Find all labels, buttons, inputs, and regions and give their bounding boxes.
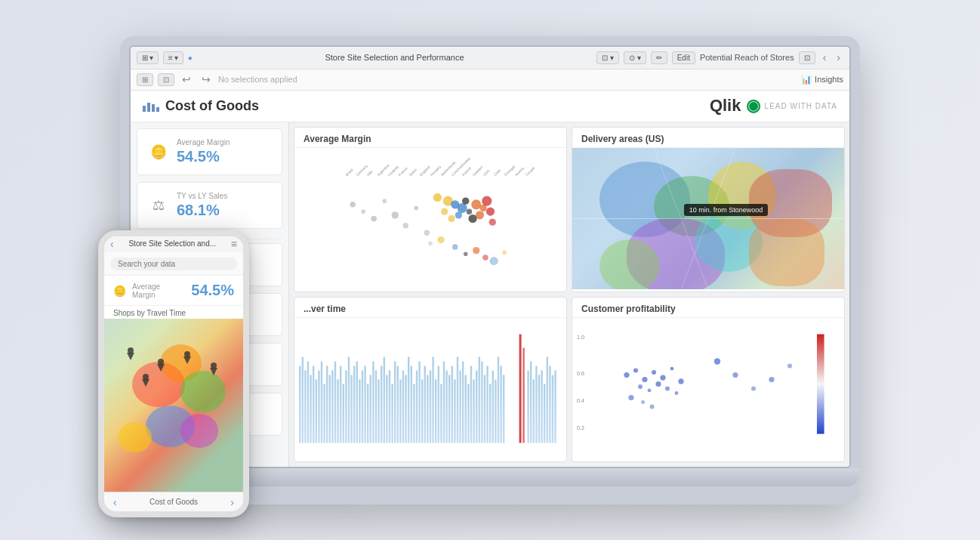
- svg-point-155: [648, 388, 652, 392]
- potential-reach-icon[interactable]: ⊡: [799, 51, 815, 64]
- svg-marker-169: [157, 364, 165, 372]
- svg-rect-105: [440, 384, 442, 443]
- svg-rect-64: [329, 375, 331, 443]
- svg-rect-90: [399, 379, 401, 443]
- svg-rect-139: [549, 366, 550, 443]
- svg-rect-97: [418, 361, 420, 443]
- svg-text:Chile: Chile: [493, 168, 501, 176]
- svg-rect-80: [372, 361, 374, 443]
- svg-rect-115: [467, 384, 469, 443]
- coin-icon: 🪙: [148, 141, 169, 162]
- avg-margin-body: Brazil Germany Italy Argentina Uruguay F…: [294, 148, 566, 289]
- svg-point-157: [665, 386, 670, 390]
- next-btn[interactable]: ›: [834, 50, 843, 65]
- svg-rect-99: [424, 366, 426, 443]
- svg-rect-110: [454, 379, 455, 443]
- svg-text:England: England: [419, 165, 431, 177]
- svg-point-170: [158, 359, 164, 365]
- scene: ⊞▾ ≡▾ ● Store Site Selection and Perform…: [0, 0, 980, 540]
- svg-point-162: [714, 358, 720, 364]
- charts-grid: Average Margin Brazil Germany Italy Arge…: [289, 122, 849, 467]
- svg-point-176: [143, 374, 149, 380]
- edit-btn[interactable]: Edit: [672, 51, 695, 64]
- svg-rect-114: [465, 375, 467, 443]
- svg-rect-98: [421, 379, 423, 443]
- svg-rect-123: [489, 384, 491, 443]
- svg-rect-101: [430, 370, 431, 443]
- sales-time-body: [294, 318, 566, 459]
- svg-point-25: [433, 193, 442, 201]
- svg-point-41: [424, 230, 430, 235]
- insights-btn[interactable]: 📊 Insights: [801, 75, 843, 85]
- svg-rect-56: [307, 361, 309, 443]
- qlik-logo: Qlik ◉: [710, 96, 760, 116]
- phone: ‹ Store Site Selection and... ≡ 🪙 Averag…: [98, 230, 249, 517]
- prev-btn[interactable]: ‹: [820, 50, 830, 65]
- kpi-sales-info: TY vs LY Sales 68.1%: [177, 192, 271, 219]
- svg-rect-128: [503, 375, 504, 443]
- svg-rect-135: [538, 375, 540, 443]
- svg-rect-70: [345, 370, 347, 443]
- svg-rect-82: [378, 379, 379, 443]
- view-toggle-btn[interactable]: ⊞▾: [137, 51, 159, 64]
- toolbar2-right: 📊 Insights: [801, 75, 843, 85]
- svg-rect-78: [367, 384, 368, 443]
- svg-rect-134: [535, 366, 537, 443]
- svg-rect-95: [413, 384, 414, 443]
- avg-margin-title: Average Margin: [294, 128, 566, 148]
- pencil-btn[interactable]: ✏: [651, 51, 667, 64]
- phone-next-btn[interactable]: ›: [230, 496, 234, 508]
- svg-rect-138: [547, 356, 548, 443]
- map-tooltip: 10 min. from Stonewood: [684, 204, 769, 216]
- svg-rect-130: [522, 347, 524, 443]
- phone-search-input[interactable]: [110, 258, 237, 270]
- toolbar-top: ⊞▾ ≡▾ ● Store Site Selection and Perform…: [131, 47, 849, 69]
- phone-menu-icon[interactable]: ≡: [231, 238, 237, 250]
- sales-time-panel: ...ver time: [294, 297, 567, 462]
- selections-text: No selections applied: [218, 75, 797, 84]
- svg-point-159: [628, 394, 633, 400]
- undo-btn[interactable]: ↩: [179, 72, 194, 87]
- svg-text:0.2: 0.2: [577, 424, 584, 430]
- svg-rect-61: [321, 361, 322, 443]
- svg-point-147: [624, 372, 629, 377]
- qlik-text: Qlik: [710, 96, 741, 115]
- zoom-btn[interactable]: ⊞: [137, 73, 153, 86]
- phone-prev-btn[interactable]: ‹: [113, 496, 117, 508]
- phone-section-title: Shops by Travel Time: [104, 306, 243, 319]
- phone-back-btn[interactable]: ‹: [110, 238, 114, 250]
- phone-kpi-row: 🪙 Average Margin 54.5%: [104, 276, 243, 306]
- svg-rect-57: [310, 375, 311, 443]
- svg-rect-93: [408, 356, 409, 443]
- phone-map-pins: [104, 319, 243, 492]
- svg-point-26: [441, 208, 448, 214]
- svg-point-46: [473, 246, 479, 253]
- display-btn[interactable]: ⊡ ▾: [596, 51, 619, 64]
- svg-text:Portugal: Portugal: [504, 165, 516, 177]
- svg-rect-88: [394, 361, 396, 443]
- svg-point-150: [652, 369, 656, 374]
- list-toggle-btn[interactable]: ≡▾: [163, 51, 183, 64]
- qlik-q-symbol: ◉: [746, 96, 760, 115]
- delivery-map: 10 min. from Stonewood: [572, 148, 844, 289]
- svg-text:Italy: Italy: [366, 169, 374, 177]
- svg-rect-126: [498, 356, 499, 443]
- svg-point-35: [471, 199, 481, 209]
- svg-point-47: [482, 255, 488, 260]
- svg-rect-91: [402, 370, 404, 443]
- svg-text:0.4: 0.4: [577, 397, 584, 403]
- customer-profit-panel: Customer profitability: [572, 297, 845, 462]
- svg-rect-68: [340, 366, 341, 443]
- phone-kpi-label: Average Margin: [132, 282, 185, 299]
- phone-kpi-icon: 🪙: [113, 285, 126, 297]
- svg-rect-73: [353, 366, 355, 443]
- share-btn[interactable]: ⊙ ▾: [624, 51, 646, 64]
- redo-btn[interactable]: ↪: [199, 72, 214, 87]
- kpi-card-margin: 🪙 Average Margin 54.5%: [137, 128, 282, 175]
- insights-icon: 📊: [801, 75, 812, 85]
- svg-point-156: [655, 381, 661, 386]
- svg-rect-59: [316, 379, 317, 443]
- layout-btn[interactable]: ⊡: [158, 73, 174, 86]
- svg-point-172: [184, 351, 190, 357]
- svg-marker-173: [210, 368, 217, 375]
